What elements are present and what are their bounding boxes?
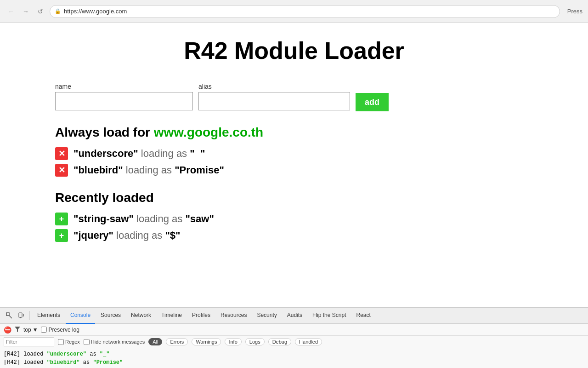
console-line-1: [R42] loaded "bluebird" as "Promise" [4, 358, 584, 367]
level-errors-button[interactable]: Errors [166, 338, 188, 345]
level-handled-button[interactable]: Handled [295, 338, 322, 345]
console-mid-1: as [80, 359, 93, 366]
browser-chrome: ← → ↺ 🔒 https://www.google.com Press [0, 0, 588, 23]
tab-security[interactable]: Security [252, 308, 281, 324]
tab-timeline[interactable]: Timeline [157, 308, 187, 324]
svg-rect-0 [6, 313, 9, 316]
preserve-log-checkbox[interactable] [41, 327, 47, 333]
always-load-list: ✕ "underscore" loading as "_" ✕ "bluebir… [55, 147, 533, 177]
console-prefix-1: [R42] loaded [4, 359, 47, 366]
console-line-0: [R42] loaded "underscore" as "_" [4, 350, 584, 358]
console-string1-0: "underscore" [47, 351, 86, 357]
reload-button[interactable]: ↺ [35, 6, 46, 17]
module-name: "underscore" loading as "_" [74, 148, 205, 160]
preserve-log-text: Preserve log [49, 327, 79, 333]
always-load-item-0: ✕ "underscore" loading as "_" [55, 147, 533, 160]
module-name: "jquery" loading as "$" [74, 230, 181, 242]
recently-loaded-item-1: + "jquery" loading as "$" [55, 229, 533, 242]
add-stringsaw-button[interactable]: + [55, 213, 68, 225]
console-prefix-0: [R42] loaded [4, 351, 47, 357]
preserve-log-label[interactable]: Preserve log [41, 327, 79, 333]
module-name: "bluebird" loading as "Promise" [74, 164, 224, 176]
module-name: "string-saw" loading as "saw" [74, 213, 214, 225]
lock-icon: 🔒 [55, 8, 61, 14]
svg-rect-3 [20, 317, 21, 318]
always-load-item-1: ✕ "bluebird" loading as "Promise" [55, 164, 533, 177]
svg-marker-5 [15, 327, 20, 332]
device-mode-icon[interactable] [16, 310, 27, 321]
tab-network[interactable]: Network [126, 308, 156, 324]
console-string2-1: "Promise" [93, 359, 123, 366]
recently-loaded-item-0: + "string-saw" loading as "saw" [55, 213, 533, 225]
console-string1-1: "bluebird" [47, 359, 80, 366]
tab-react[interactable]: React [351, 308, 375, 324]
tab-resources[interactable]: Resources [216, 308, 251, 324]
name-input[interactable] [55, 92, 193, 110]
add-form: name alias add [55, 83, 533, 111]
regex-label[interactable]: Regex [58, 339, 80, 345]
add-jquery-button[interactable]: + [55, 229, 68, 242]
level-logs-button[interactable]: Logs [245, 338, 265, 345]
console-output: [R42] loaded "underscore" as "_" [R42] l… [0, 348, 588, 368]
console-string2-0: "_" [100, 351, 110, 357]
remove-bluebird-button[interactable]: ✕ [55, 164, 68, 177]
recently-loaded-section: Recently loaded + "string-saw" loading a… [55, 190, 533, 242]
address-bar[interactable]: 🔒 https://www.google.com [50, 5, 560, 18]
press-text: Press [567, 8, 582, 15]
svg-rect-2 [19, 313, 22, 317]
always-load-heading: Always load for www.google.co.th [55, 125, 533, 140]
url-text: https://www.google.com [64, 8, 127, 15]
svg-line-1 [9, 316, 12, 318]
forward-button[interactable]: → [20, 6, 31, 17]
tab-console[interactable]: Console [66, 308, 95, 324]
back-button[interactable]: ← [6, 6, 17, 17]
hide-network-text: Hide network messages [91, 339, 145, 345]
hide-network-label[interactable]: Hide network messages [84, 339, 145, 345]
hide-network-checkbox[interactable] [84, 339, 90, 345]
recently-loaded-list: + "string-saw" loading as "saw" + "jquer… [55, 213, 533, 242]
alias-form-group: alias [198, 83, 350, 110]
chevron-down-icon: ▼ [33, 327, 38, 333]
filter-icon[interactable] [14, 326, 21, 334]
devtools-panel: Elements Console Sources Network Timelin… [0, 307, 588, 368]
no-entry-icon[interactable]: ⛔ [4, 326, 11, 334]
level-warnings-button[interactable]: Warnings [192, 338, 221, 345]
tab-divider [29, 311, 30, 320]
recently-loaded-heading: Recently loaded [55, 190, 533, 205]
alias-label: alias [198, 83, 350, 90]
domain-link: www.google.co.th [154, 125, 264, 139]
tab-elements[interactable]: Elements [33, 308, 65, 324]
level-info-button[interactable]: Info [225, 338, 241, 345]
remove-underscore-button[interactable]: ✕ [55, 147, 68, 160]
add-button[interactable]: add [356, 93, 389, 111]
tab-profiles[interactable]: Profiles [187, 308, 215, 324]
page-content: R42 Module Loader name alias add Always … [0, 23, 588, 307]
level-debug-button[interactable]: Debug [268, 338, 291, 345]
inspect-element-icon[interactable] [4, 310, 15, 321]
context-label: top [23, 327, 31, 333]
page-title: R42 Module Loader [55, 37, 533, 64]
svg-rect-4 [23, 314, 24, 316]
name-label: name [55, 83, 193, 90]
always-load-section: Always load for www.google.co.th ✕ "unde… [55, 125, 533, 177]
alias-input[interactable] [198, 92, 350, 110]
devtools-tabs-bar: Elements Console Sources Network Timelin… [0, 308, 588, 324]
tab-sources[interactable]: Sources [96, 308, 125, 324]
always-load-heading-prefix: Always load for [55, 125, 154, 139]
name-form-group: name [55, 83, 193, 110]
devtools-filter-bar: Regex Hide network messages All Errors W… [0, 336, 588, 348]
level-all-button[interactable]: All [148, 338, 162, 345]
tab-flip-the-script[interactable]: Flip the Script [308, 308, 351, 324]
console-mid-0: as [86, 351, 100, 357]
devtools-toolbar: ⛔ top ▼ Preserve log [0, 324, 588, 336]
regex-checkbox[interactable] [58, 339, 64, 345]
regex-text: Regex [65, 339, 80, 345]
tab-audits[interactable]: Audits [283, 308, 307, 324]
context-selector[interactable]: top ▼ [23, 327, 38, 333]
filter-input[interactable] [4, 337, 54, 346]
